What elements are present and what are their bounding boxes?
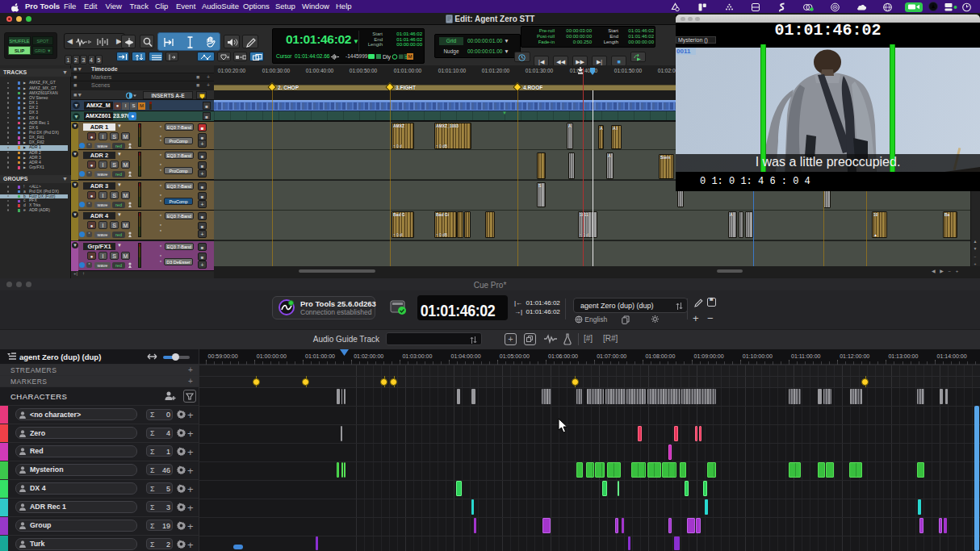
svg-text:Dly: Dly <box>383 54 392 61</box>
